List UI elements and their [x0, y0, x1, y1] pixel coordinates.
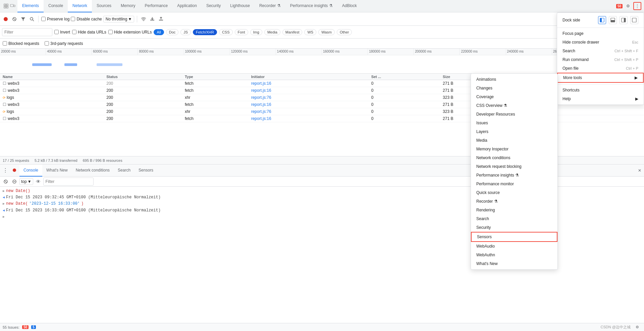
disable-cache-label[interactable]: Disable cache: [71, 17, 102, 21]
tab-sources[interactable]: Sources: [92, 0, 116, 12]
blocked-requests-label[interactable]: Blocked requests: [3, 41, 39, 46]
filter-css[interactable]: CSS: [219, 29, 233, 35]
tab-network[interactable]: Network: [68, 0, 92, 12]
expand-arrow-5[interactable]: ▶: [3, 214, 5, 220]
expand-arrow-1[interactable]: ▶: [3, 188, 5, 194]
console-filter-input[interactable]: [43, 178, 94, 186]
tab-adblock[interactable]: AdBlock: [337, 0, 362, 12]
submenu-webaudio[interactable]: WebAudio: [471, 242, 557, 251]
console-clear-btn[interactable]: [2, 178, 9, 185]
tab-memory[interactable]: Memory: [116, 0, 140, 12]
submenu-layers[interactable]: Layers: [471, 127, 557, 136]
dock-bottom-btn[interactable]: [609, 16, 617, 24]
tab-recorder[interactable]: Recorder ⚗: [255, 0, 285, 12]
third-party-checkbox[interactable]: [45, 41, 49, 46]
filter-font[interactable]: Font: [235, 29, 248, 35]
hide-ext-urls-label[interactable]: Hide extension URLs: [108, 30, 152, 35]
dock-right-btn[interactable]: [620, 16, 628, 24]
menu-hide-console[interactable]: Hide console drawer Esc: [557, 38, 644, 47]
col-status[interactable]: Status: [104, 74, 182, 80]
dock-undock-btn[interactable]: [630, 16, 638, 24]
tab-performance[interactable]: Performance: [140, 0, 172, 12]
drawer-tab-stop[interactable]: [9, 164, 19, 177]
export-icon[interactable]: [157, 15, 165, 23]
filter-wasm[interactable]: Wasm: [318, 29, 335, 35]
timeline-content[interactable]: [0, 55, 644, 74]
filter-doc[interactable]: Doc: [166, 29, 179, 35]
tab-security[interactable]: Security: [202, 0, 225, 12]
submenu-whats-new[interactable]: What's New: [471, 259, 557, 268]
wifi-icon[interactable]: [140, 15, 147, 23]
col-type[interactable]: Type: [182, 74, 249, 80]
drawer-close-button[interactable]: ✕: [637, 167, 643, 174]
submenu-performance-insights[interactable]: Performance insights ⚗: [471, 171, 557, 180]
clear-button[interactable]: [11, 15, 18, 23]
menu-run-command[interactable]: Run command Ctrl + Shift + P: [557, 55, 644, 64]
submenu-css-overview[interactable]: CSS Overview ⚗: [471, 101, 557, 110]
tab-lighthouse[interactable]: Lighthouse: [225, 0, 255, 12]
submenu-sensors[interactable]: Sensors: [471, 232, 557, 242]
menu-more-tools[interactable]: More tools ▶ Animations Changes Coverage…: [557, 73, 644, 83]
submenu-memory-inspector[interactable]: Memory Inspector: [471, 145, 557, 153]
filter-js[interactable]: JS: [180, 29, 191, 35]
submenu-media[interactable]: Media: [471, 136, 557, 145]
console-eye-btn[interactable]: 👁: [35, 178, 42, 185]
expand-arrow-3[interactable]: ▶: [3, 201, 5, 207]
submenu-issues[interactable]: Issues: [471, 119, 557, 127]
submenu-changes[interactable]: Changes: [471, 84, 557, 92]
drawer-tab-whats-new[interactable]: What's New: [42, 164, 72, 177]
hide-data-urls-checkbox[interactable]: [72, 30, 76, 34]
context-selector[interactable]: top ▼: [19, 178, 33, 185]
hide-ext-urls-checkbox[interactable]: [108, 30, 113, 34]
filter-manifest[interactable]: Manifest: [282, 29, 303, 35]
filter-ws[interactable]: WS: [304, 29, 316, 35]
submenu-webauthn[interactable]: WebAuthn: [471, 251, 557, 259]
col-initiator[interactable]: Initiator: [249, 74, 369, 80]
issues-blue-badge[interactable]: 5: [31, 325, 36, 329]
submenu-rendering[interactable]: Rendering: [471, 206, 557, 214]
hide-data-urls-label[interactable]: Hide data URLs: [72, 30, 106, 35]
console-filter-btn[interactable]: [11, 178, 18, 185]
menu-focus-page[interactable]: Focus page: [557, 29, 644, 38]
disable-cache-checkbox[interactable]: [71, 17, 75, 21]
submenu-search[interactable]: Search: [471, 214, 557, 223]
submenu-developer-resources[interactable]: Developer Resources: [471, 110, 557, 119]
tab-console[interactable]: Console: [44, 0, 68, 12]
submenu-coverage[interactable]: Coverage: [471, 92, 557, 101]
preserve-log-label[interactable]: Preserve log: [41, 17, 69, 21]
drawer-tab-sensors[interactable]: Sensors: [135, 164, 157, 177]
import-icon[interactable]: [149, 15, 156, 23]
third-party-label[interactable]: 3rd-party requests: [45, 41, 83, 46]
col-name[interactable]: Name: [0, 74, 104, 80]
drawer-tab-search[interactable]: Search: [114, 164, 135, 177]
tab-perf-insights[interactable]: Performance insights ⚗: [285, 0, 337, 12]
dock-left-btn[interactable]: [598, 16, 606, 24]
filter-fetch-xhr[interactable]: Fetch/XHR: [193, 29, 217, 35]
tab-application[interactable]: Application: [172, 0, 202, 12]
record-button[interactable]: [2, 15, 9, 23]
menu-search[interactable]: Search Ctrl + Shift + F: [557, 47, 644, 55]
search-button[interactable]: [28, 15, 36, 23]
issues-settings-btn[interactable]: ⚙: [633, 323, 641, 331]
tab-elements[interactable]: Elements: [17, 0, 44, 12]
preserve-log-checkbox[interactable]: [41, 17, 46, 21]
col-set[interactable]: Set ...: [369, 74, 440, 80]
filter-media[interactable]: Media: [264, 29, 280, 35]
blocked-requests-checkbox[interactable]: [3, 41, 7, 46]
menu-open-file[interactable]: Open file Ctrl + P: [557, 64, 644, 73]
filter-all[interactable]: All: [154, 29, 164, 35]
submenu-network-conditions[interactable]: Network conditions: [471, 153, 557, 162]
submenu-security[interactable]: Security: [471, 223, 557, 232]
filter-other[interactable]: Other: [337, 29, 352, 35]
drawer-tab-network-conditions[interactable]: Network conditions: [72, 164, 114, 177]
invert-label[interactable]: Invert: [54, 30, 70, 35]
throttle-selector[interactable]: No throttling ▼: [103, 16, 135, 22]
drawer-tab-console[interactable]: Console: [19, 164, 42, 177]
submenu-network-request-blocking[interactable]: Network request blocking: [471, 162, 557, 171]
filter-img[interactable]: Img: [250, 29, 262, 35]
issues-red-badge[interactable]: 50: [22, 325, 29, 329]
more-menu-button[interactable]: ⋮: [633, 2, 641, 10]
submenu-quick-source[interactable]: Quick source: [471, 188, 557, 197]
settings-button[interactable]: ⚙: [624, 2, 632, 10]
invert-checkbox[interactable]: [54, 30, 59, 34]
